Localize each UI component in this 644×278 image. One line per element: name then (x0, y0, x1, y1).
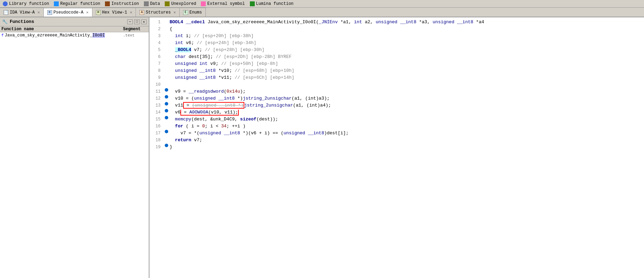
red-box-14: = A0OW00A(v10, v11); (180, 110, 239, 116)
kw-for: for (175, 124, 183, 129)
legend-library-function: Library function (3, 1, 49, 6)
line-num-15: 15 (149, 116, 163, 123)
dot-14 (163, 109, 170, 112)
breakpoint-dot-19 (165, 144, 168, 147)
function-item-name: Java_com_sky_ezreeeee_MainActivity_I0o0I (5, 33, 123, 38)
code-content-14: v6 = A0OW00A(v10, v11); (170, 109, 644, 116)
list-item[interactable]: f Java_com_sky_ezreeeee_MainActivity_I0o… (0, 32, 149, 39)
tab-bar: 📄 IDA View-A ✕ ≡ Pseudocode-A ✕ H Hex Vi… (0, 8, 644, 17)
comment-8: // [esp+68h] [ebp+10h] (235, 68, 294, 73)
line-num-13: 13 (149, 102, 163, 109)
code-line-12: 12 v10 = (unsigned __int8 *)jstring_2uns… (149, 95, 644, 102)
code-line-15: 15 memcpy(dest, &unk_D4C9, sizeof(dest))… (149, 116, 644, 123)
col-segment: Segment (123, 27, 147, 32)
legend-unexplored-label: Unexplored (171, 1, 196, 6)
code-content-3: int i; // [esp+20h] [ebp-38h] (170, 33, 644, 40)
line-num-6: 6 (149, 53, 163, 60)
type-unsigned-int: unsigned int (175, 61, 208, 66)
dot-17 (163, 130, 170, 133)
app: Library function Regular function Instru… (0, 0, 644, 278)
num-0x14u: 0x14u (227, 89, 240, 94)
code-line-11: 11 v9 = __readgsdword(0x14u); (149, 88, 644, 95)
code-line-13: 13 v11 = (unsigned __int8 *)jstring_2uns… (149, 102, 644, 109)
code-area: 1 BOOL4 __cdecl Java_com_sky_ezreeeee_Ma… (149, 17, 644, 278)
type-int-a2: int (354, 19, 362, 25)
tab-enums[interactable]: E Enums (180, 8, 206, 17)
tab-ida-label: IDA View-A (10, 10, 35, 15)
comment-3: // [esp+20h] [ebp-38h] (194, 33, 254, 39)
comment-6: // [esp+2Dh] [ebp-2Bh] BYREF (216, 54, 292, 59)
tab-ida-view-a[interactable]: 📄 IDA View-A ✕ (0, 8, 44, 17)
code-line-2: 2 { (149, 26, 644, 33)
code-line-10: 10 (149, 81, 644, 88)
kw-sizeof: sizeof (240, 117, 256, 122)
dot-19 (163, 144, 170, 147)
breakpoint-dot-17 (165, 130, 168, 133)
function-item-icon: f (1, 33, 4, 37)
pseudo-icon: ≡ (47, 10, 52, 15)
functions-icon: 🔧 (2, 19, 8, 25)
type-jnienv: _JNIEnv (319, 19, 338, 25)
hex-icon: H (96, 10, 101, 15)
func-jstring-12: jstring_2unsigchar (243, 96, 292, 101)
tab-structures-label: Structures (146, 10, 171, 15)
code-content-8: unsigned __int8 *v10; // [esp+68h] [ebp+… (170, 67, 644, 74)
sidebar-title-bar: 🔧 Functions — □ ✕ (0, 17, 149, 26)
tab-struct-close[interactable]: ✕ (173, 10, 176, 15)
type-int: int (175, 33, 183, 39)
breakpoint-dot-12 (165, 95, 168, 99)
code-line-4: 4 int v6; // [esp+24h] [ebp-34h] (149, 40, 644, 47)
line-num-2: 2 (149, 26, 163, 33)
comment-7: // [esp+50h] [ebp-8h] (221, 61, 278, 66)
breakpoint-dot-15 (165, 116, 168, 119)
tab-structures[interactable]: A Structures ✕ (136, 8, 180, 17)
legend-bar: Library function Regular function Instru… (0, 0, 644, 8)
tab-enums-label: Enums (189, 10, 202, 15)
legend-external-symbol: External symbol (201, 1, 245, 6)
legend-unexplored-color (165, 1, 170, 6)
col-function-name: Function name (1, 27, 123, 32)
legend-library-label: Library function (9, 1, 49, 6)
legend-lumina-color (250, 1, 255, 6)
func-readgsdword: __readgsdword (189, 89, 224, 94)
type-uint8-a4: unsigned __int8 (433, 19, 473, 25)
legend-instruction: Instruction (105, 1, 139, 6)
type-cast-12: unsigned __int8 (194, 96, 235, 101)
tab-hex-close[interactable]: ✕ (130, 10, 132, 15)
code-line-18: 18 return v7; (149, 137, 644, 144)
code-content-5: _BOOL4 v7; // [esp+28h] [ebp-30h] (170, 47, 644, 53)
sidebar-list: f Java_com_sky_ezreeeee_MainActivity_I0o… (0, 32, 149, 278)
tab-pseudocode-a[interactable]: ≡ Pseudocode-A ✕ (44, 8, 92, 17)
code-line-14: 14 v6 = A0OW00A(v10, v11); (149, 109, 644, 116)
legend-regular-color (54, 1, 59, 6)
kw-bool4: BOOL4 (170, 19, 183, 25)
main-area: 🔧 Functions — □ ✕ Function name Segment … (0, 17, 644, 278)
sidebar-controls: — □ ✕ (127, 19, 147, 24)
code-line-7: 7 unsigned int v9; // [esp+50h] [ebp-8h] (149, 60, 644, 67)
line-num-19: 19 (149, 144, 163, 151)
sidebar-minimize-btn[interactable]: — (127, 19, 133, 24)
sidebar: 🔧 Functions — □ ✕ Function name Segment … (0, 17, 149, 278)
code-line-9: 9 unsigned __int8 *v11; // [esp+6Ch] [eb… (149, 74, 644, 81)
line-num-8: 8 (149, 67, 163, 74)
comment-5: // [esp+28h] [ebp-30h] (205, 47, 264, 52)
sidebar-close-btn[interactable]: ✕ (141, 19, 147, 24)
tab-ida-close[interactable]: ✕ (38, 10, 40, 15)
code-content-6: char dest[35]; // [esp+2Dh] [ebp-2Bh] BY… (170, 53, 644, 60)
red-box-13: = (unsigned __int8 *) (183, 102, 244, 109)
code-content-19: } (170, 144, 644, 151)
tab-hex-view-1[interactable]: H Hex View-1 ✕ (92, 8, 136, 17)
pseudocode-view[interactable]: 1 BOOL4 __cdecl Java_com_sky_ezreeeee_Ma… (149, 17, 644, 278)
sidebar-restore-btn[interactable]: □ (134, 19, 140, 24)
code-content-16: for ( i = 0; i < 34; ++i ) (170, 123, 644, 130)
code-line-16: 16 for ( i = 0; i < 34; ++i ) (149, 123, 644, 130)
type-int-v6: int (175, 40, 183, 45)
code-line-17: 17 v7 = *(unsigned __int8 *)(v6 + i) == … (149, 130, 644, 137)
strikethrough-text-13: (unsigned __int8 *) (192, 103, 243, 108)
line-num-10: 10 (149, 81, 163, 88)
tab-pseudo-close[interactable]: ✕ (86, 10, 89, 15)
code-content-18: return v7; (170, 137, 644, 144)
bool4-highlight: _BOOL4 (175, 47, 191, 52)
comment-4: // [esp+24h] [ebp-34h] (197, 40, 256, 45)
tab-hex-label: Hex View-1 (102, 10, 127, 15)
